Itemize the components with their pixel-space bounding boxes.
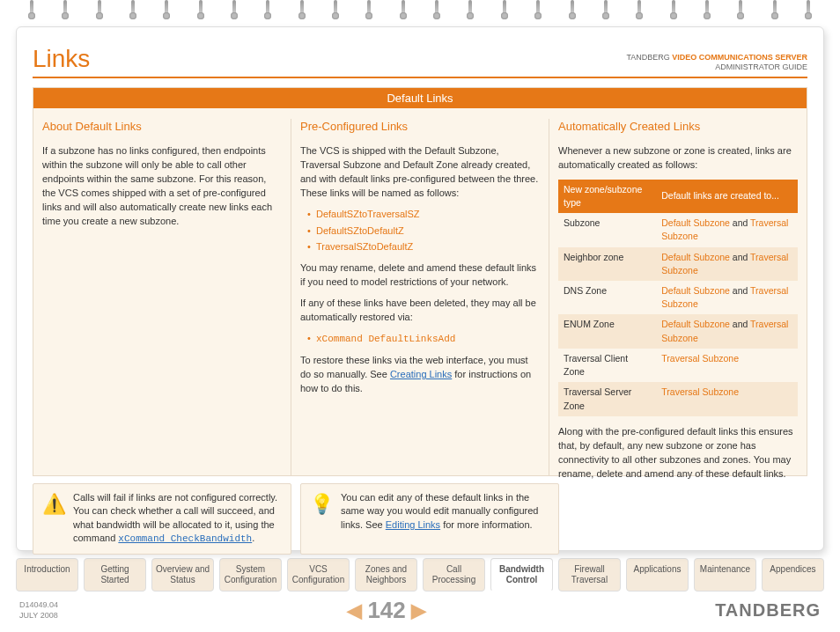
zone-link[interactable]: Default Subzone	[661, 252, 730, 262]
col2-p1: The VCS is shipped with the Default Subz…	[300, 144, 540, 201]
tab-firewall-traversal[interactable]: Firewall Traversal	[558, 558, 621, 592]
col1-heading: About Default Links	[42, 119, 282, 136]
brand-line2: ADMINISTRATOR GUIDE	[715, 62, 807, 71]
page-number: 142	[367, 597, 405, 624]
table-row: ENUM ZoneDefault Subzone and Traversal S…	[558, 314, 798, 348]
creating-links-link[interactable]: Creating Links	[390, 369, 452, 379]
th-created-to: Default links are created to...	[656, 180, 798, 213]
tab-introduction[interactable]: Introduction	[16, 558, 78, 592]
page-header: Links TANDBERG VIDEO COMMUNICATIONS SERV…	[33, 45, 807, 78]
auto-links-tbody: SubzoneDefault Subzone and Traversal Sub…	[558, 213, 798, 416]
brand-line1: VIDEO COMMUNICATIONS SERVER	[672, 53, 807, 62]
note1-text: Calls will fail if links are not configu…	[73, 491, 282, 547]
table-row: Neighbor zoneDefault Subzone and Travers…	[558, 247, 798, 281]
zone-link[interactable]: Default Subzone	[661, 285, 730, 296]
th-zone-type: New zone/subzone type	[558, 180, 656, 213]
note1-cmd[interactable]: xCommand CheckBandwidth	[118, 533, 252, 544]
tab-maintenance[interactable]: Maintenance	[694, 558, 756, 592]
notes-row: ⚠️ Calls will fail if links are not conf…	[33, 483, 807, 555]
warning-icon: ⚠️	[42, 491, 66, 547]
bullet-item: DefaultSZtoTraversalSZ	[307, 208, 540, 222]
col2-heading: Pre-Configured Links	[300, 119, 540, 136]
auto-links-table: New zone/subzone type Default links are …	[558, 180, 798, 416]
col3-heading: Automatically Created Links	[558, 119, 798, 136]
tab-system-configuration[interactable]: System Configuration	[219, 558, 282, 592]
zone-link[interactable]: Traversal Subzone	[661, 353, 739, 364]
tab-applications[interactable]: Applications	[626, 558, 689, 592]
tandberg-logo: TANDBERG	[715, 600, 821, 621]
col3-p1: Whenever a new subzone or zone is create…	[558, 144, 798, 173]
section-bar: Default Links	[33, 87, 807, 108]
col2-p4: To restore these links via the web inter…	[300, 354, 540, 396]
note-warning: ⚠️ Calls will fail if links are not conf…	[33, 483, 291, 555]
nav-tabs: IntroductionGetting StartedOverview and …	[16, 558, 824, 592]
note-spacer	[568, 483, 807, 555]
note-tip: 💡 You can edit any of these default link…	[300, 483, 559, 555]
table-row: DNS ZoneDefault Subzone and Traversal Su…	[558, 281, 798, 314]
col2-cmd: xCommand DefaultLinksAdd	[316, 334, 455, 344]
col2-p2: You may rename, delete and amend these d…	[300, 261, 540, 290]
tab-vcs-configuration[interactable]: VCS Configuration	[287, 558, 350, 592]
table-row: Traversal Server ZoneTraversal Subzone	[558, 382, 798, 415]
col2-cmd-list: xCommand DefaultLinksAdd	[300, 332, 540, 347]
table-row: SubzoneDefault Subzone and Traversal Sub…	[558, 213, 798, 246]
col2-p3: If any of these links have been deleted,…	[300, 297, 540, 325]
col3-p2: Along with the pre-configured default li…	[558, 425, 798, 481]
zone-link[interactable]: Default Subzone	[661, 217, 730, 228]
column-about: About Default Links If a subzone has no …	[42, 119, 291, 475]
zone-link[interactable]: Default Subzone	[661, 319, 730, 329]
page-title: Links	[33, 45, 90, 73]
spiral-binding	[0, 0, 840, 26]
tab-zones-and-neighbors[interactable]: Zones and Neighbors	[355, 558, 417, 592]
page-content: Links TANDBERG VIDEO COMMUNICATIONS SERV…	[16, 26, 824, 551]
bullet-item: TraversalSZtoDefaultZ	[307, 240, 540, 254]
brand-block: TANDBERG VIDEO COMMUNICATIONS SERVER ADM…	[626, 53, 807, 73]
table-row: Traversal Client ZoneTraversal Subzone	[558, 349, 798, 382]
doc-id-block: D14049.04 JULY 2008	[19, 600, 58, 621]
lightbulb-icon: 💡	[310, 491, 334, 547]
column-preconfigured: Pre-Configured Links The VCS is shipped …	[300, 119, 549, 475]
next-page-arrow[interactable]: ▶	[411, 599, 426, 622]
tab-getting-started[interactable]: Getting Started	[84, 558, 146, 592]
prev-page-arrow[interactable]: ◀	[347, 599, 362, 622]
columns: About Default Links If a subzone has no …	[33, 108, 807, 476]
zone-link[interactable]: Traversal Subzone	[661, 386, 739, 397]
pager: ◀ 142 ▶	[347, 597, 425, 624]
bullet-item: DefaultSZtoDefaultZ	[307, 224, 540, 239]
column-auto: Automatically Created Links Whenever a n…	[558, 119, 798, 475]
brand-prefix: TANDBERG	[626, 53, 669, 62]
tab-bandwidth-control[interactable]: Bandwidth Control	[490, 558, 553, 592]
tab-overview-and-status[interactable]: Overview and Status	[151, 558, 214, 592]
col1-p1: If a subzone has no links configured, th…	[42, 144, 282, 229]
col2-bullets: DefaultSZtoTraversalSZDefaultSZtoDefault…	[300, 208, 540, 255]
tab-call-processing[interactable]: Call Processing	[423, 558, 485, 592]
note2-text: You can edit any of these default links …	[341, 491, 549, 547]
tab-appendices[interactable]: Appendices	[762, 558, 824, 592]
page-footer: D14049.04 JULY 2008 ◀ 142 ▶ TANDBERG	[19, 597, 821, 624]
editing-links-link[interactable]: Editing Links	[386, 519, 440, 530]
